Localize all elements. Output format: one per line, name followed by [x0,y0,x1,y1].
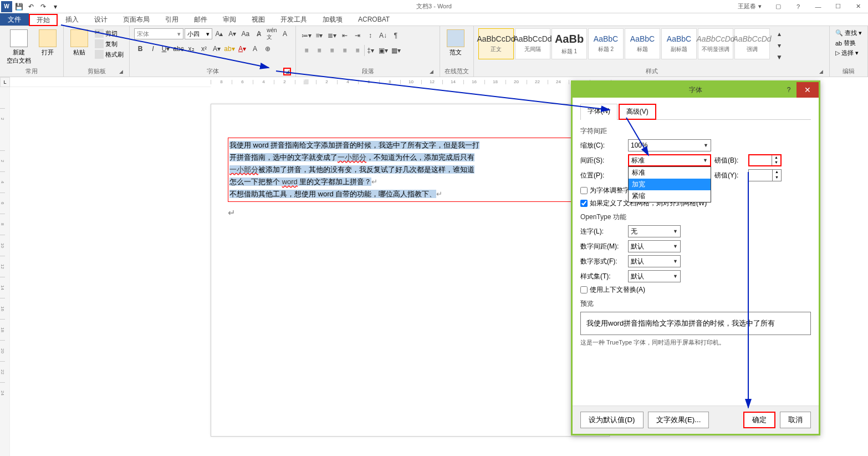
change-case-icon[interactable]: Aa [239,28,252,39]
tab-insert[interactable]: 插入 [58,13,86,26]
tab-addins[interactable]: 加载项 [315,13,350,26]
format-painter-button[interactable]: 格式刷 [94,49,125,59]
strike-icon[interactable]: abc [172,43,185,54]
decrease-font-icon[interactable]: A▾ [226,28,238,39]
style-subtitle[interactable]: AaBbC副标题 [661,28,697,59]
dialog-help-icon[interactable]: ? [782,82,795,98]
help-icon[interactable]: ? [790,1,806,12]
minimize-icon[interactable]: — [810,1,826,12]
find-button[interactable]: 🔍查找 ▾ [834,28,863,38]
paste-button[interactable]: 粘贴 [68,28,90,58]
close-icon[interactable]: ✕ [850,1,866,12]
document-page[interactable]: 我使用 word 拼音指南给文字添加拼音的时候，我选中了所有文字，但是我一打 开… [211,104,610,437]
numbering-icon[interactable]: ≡▾ [313,30,325,41]
undo-icon[interactable]: ↶ [25,1,37,12]
save-icon[interactable]: 💾 [13,1,24,12]
tab-mailings[interactable]: 邮件 [186,13,215,26]
ruler-corner[interactable]: L [0,77,10,87]
spacing-opt-standard[interactable]: 标准 [629,167,711,179]
qat-more-icon[interactable]: ▾ [50,1,61,12]
style-title[interactable]: AaBbC标题 [625,28,660,59]
tab-view[interactable]: 视图 [244,13,273,26]
increase-font-icon[interactable]: A▴ [213,28,226,39]
font-size-combo[interactable]: 小四▾ [185,28,212,39]
align-left-icon[interactable]: ≡ [300,45,313,56]
spacing-opt-condensed[interactable]: 紧缩 [629,190,711,202]
grid-checkbox[interactable] [580,200,588,207]
replace-button[interactable]: ab替换 [834,38,863,48]
paragraph-launcher-icon[interactable]: ◢ [427,68,435,75]
scale-combo[interactable]: 100%▼ [628,139,711,151]
user-name[interactable]: 王延春 ▾ [733,2,766,11]
bold-icon[interactable]: B [134,43,146,54]
show-marks-icon[interactable]: ¶ [390,30,402,41]
tab-file[interactable]: 文件 [0,13,29,26]
style-nospacing[interactable]: AaBbCcDd无间隔 [515,28,550,59]
text-effects-icon[interactable]: A▾ [211,43,223,54]
cut-button[interactable]: ✂剪切 [94,28,125,38]
decrease-indent-icon[interactable]: ⇤ [339,30,351,41]
styles-launcher-icon[interactable]: ◢ [817,68,825,75]
tab-references[interactable]: 引用 [157,13,186,26]
document-text[interactable]: 我使用 word 拼音指南给文字添加拼音的时候，我选中了所有文字，但是我一打 开… [229,139,591,200]
font-launcher-icon[interactable]: ◢ [283,68,291,75]
copy-button[interactable]: 复制 [94,39,125,49]
dialog-titlebar[interactable]: 字体 ? ✕ [573,82,819,98]
ligatures-combo[interactable]: 无▼ [628,225,681,237]
italic-icon[interactable]: I [147,43,159,54]
spacing-opt-expanded[interactable]: 加宽 [629,179,711,190]
font-name-combo[interactable]: 宋体▾ [134,28,183,39]
tab-home[interactable]: 开始 [29,14,58,26]
spacing-combo[interactable]: 标准▼ [628,154,711,166]
line-spacing-icon[interactable]: ‡▾ [364,45,376,56]
bullets-icon[interactable]: ≔▾ [300,30,313,41]
styles-down-icon[interactable]: ▾ [773,40,785,51]
tab-layout[interactable]: 页面布局 [115,13,157,26]
maximize-icon[interactable]: ☐ [830,1,846,12]
redo-icon[interactable]: ↷ [38,1,49,12]
dialog-close-icon[interactable]: ✕ [796,82,819,98]
styles-more-icon[interactable]: ▼ [773,52,785,63]
tab-acrobat[interactable]: ACROBAT [350,13,397,26]
align-right-icon[interactable]: ≡ [326,45,338,56]
distributed-icon[interactable]: ≡ [351,45,364,56]
font-color-icon[interactable]: A▾ [236,43,248,54]
tab-review[interactable]: 审阅 [215,13,244,26]
phonetic-guide-icon[interactable]: wén文 [266,28,278,39]
dialog-tab-advanced[interactable]: 高级(V) [619,104,656,120]
style-heading2[interactable]: AaBbC标题 2 [588,28,624,59]
set-default-button[interactable]: 设为默认值(D) [580,412,644,428]
borders-icon[interactable]: ▦▾ [390,45,402,56]
style-emphasis[interactable]: AaBbCcDd强调 [734,28,770,59]
char-shading-icon[interactable]: A [249,43,261,54]
position-pts-spinner[interactable]: ▲▼ [748,169,782,181]
align-center-icon[interactable]: ≡ [313,45,325,56]
kerning-checkbox[interactable] [580,187,588,194]
vertical-ruler[interactable]: 224681012141618202224 [0,87,10,456]
subscript-icon[interactable]: x₂ [185,43,197,54]
text-direction-icon[interactable]: ↕ [364,30,376,41]
highlight-icon[interactable]: ab▾ [223,43,236,54]
ribbon-options-icon[interactable]: ▢ [770,1,786,12]
clipboard-launcher-icon[interactable]: ◢ [117,68,125,75]
spacing-pts-spinner[interactable]: ▲▼ [748,154,782,166]
style-heading1[interactable]: AaBb标题 1 [552,28,587,59]
select-button[interactable]: ▷选择 ▾ [834,48,863,58]
styles-up-icon[interactable]: ▴ [773,28,785,39]
contextual-checkbox[interactable] [580,286,588,293]
open-button[interactable]: 打开 [37,28,59,58]
justify-icon[interactable]: ≡ [339,45,351,56]
style-normal[interactable]: AaBbCcDd正文 [478,28,514,59]
multilevel-icon[interactable]: ≣▾ [326,30,338,41]
tab-developer[interactable]: 开发工具 [273,13,315,26]
styleset-combo[interactable]: 默认▼ [628,270,681,282]
tab-design[interactable]: 设计 [86,13,115,26]
shading-icon[interactable]: ▣▾ [377,45,389,56]
text-effects-button[interactable]: 文字效果(E)... [648,412,709,428]
numform-combo[interactable]: 默认▼ [628,255,681,267]
style-subtle[interactable]: AaBbCcDd不明显强调 [698,28,733,59]
template-button[interactable]: 范文 [445,28,467,58]
cancel-button[interactable]: 取消 [780,412,811,428]
char-border-icon[interactable]: A [279,28,291,39]
ok-button[interactable]: 确定 [743,412,775,428]
